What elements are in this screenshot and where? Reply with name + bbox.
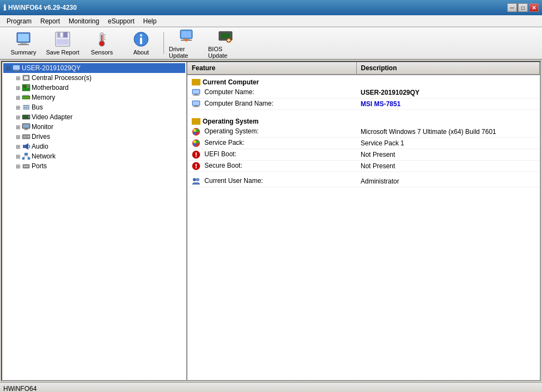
tree-item-network[interactable]: ⊞ Network (3, 151, 185, 161)
detail-row-computer-name: Computer Name: USER-20191029QY (187, 87, 540, 99)
tree-item-audio-label: Audio (32, 143, 48, 150)
tree-item-monitor-label: Monitor (32, 123, 53, 131)
section-title-os: Operating System (203, 118, 259, 125)
spacer-row-2 (187, 171, 540, 176)
error-icon-uefi (192, 150, 200, 159)
tree-item-memory-label: Memory (32, 94, 55, 101)
network-icon (22, 152, 31, 161)
detail-row-secureboot: Secure Boot: Not Present (187, 160, 540, 171)
motherboard-icon (22, 83, 31, 92)
menu-monitoring[interactable]: Monitoring (64, 16, 103, 26)
error-icon-secureboot (192, 162, 200, 170)
about-button[interactable]: About (122, 29, 160, 57)
tree-item-audio[interactable]: ⊞ Audio (3, 142, 185, 151)
monitor-row-icon (192, 88, 200, 97)
menu-program[interactable]: Program (2, 16, 36, 26)
svg-rect-49 (27, 95, 28, 96)
main-content: ⊟ USER-20191029QY ⊞ Centr (1, 61, 541, 381)
svg-rect-30 (15, 70, 18, 71)
app-icon: ℹ (3, 3, 6, 12)
feature-secureboot: Secure Boot: (187, 160, 356, 171)
ports-icon (22, 162, 31, 170)
tree-item-drives[interactable]: ⊞ Drives (3, 132, 185, 142)
tree-root[interactable]: ⊟ USER-20191029QY (3, 63, 185, 73)
svg-rect-66 (23, 136, 27, 138)
svg-rect-101 (196, 164, 197, 167)
save-report-label: Save Report (46, 49, 79, 56)
svg-rect-77 (26, 166, 27, 167)
bios-update-button[interactable]: BIOS Update (206, 29, 245, 57)
video-expand-icon: ⊞ (14, 113, 22, 121)
tree-item-monitor[interactable]: ⊞ Monitor (3, 122, 185, 132)
svg-rect-84 (193, 101, 199, 105)
svg-rect-98 (196, 152, 197, 155)
svg-rect-2 (20, 42, 27, 44)
monitor-icon (22, 122, 31, 131)
driver-update-button[interactable]: Driver Update (167, 29, 205, 57)
menu-report[interactable]: Report (36, 16, 64, 26)
svg-rect-3 (18, 44, 29, 45)
maximize-button[interactable]: □ (518, 3, 528, 12)
feature-user-label: Current User Name: (204, 177, 263, 185)
feature-secureboot-label: Secure Boot: (204, 162, 242, 169)
cpu-icon (22, 74, 31, 82)
svg-rect-81 (194, 94, 198, 95)
svg-rect-46 (24, 95, 25, 96)
tree-item-video[interactable]: ⊞ Video Adapter (3, 112, 185, 122)
audio-expand-icon: ⊞ (14, 143, 22, 150)
title-bar-controls: ─ □ ✕ (507, 3, 539, 12)
sensors-icon (93, 30, 111, 48)
description-column-header: Description (356, 62, 540, 75)
summary-button[interactable]: Summary (4, 29, 42, 57)
menu-esupport[interactable]: eSupport (103, 16, 139, 26)
desc-brand-name[interactable]: MSI MS-7851 (356, 99, 540, 110)
status-bar: HWiNFO64 (0, 382, 542, 392)
feature-sp-label: Service Pack: (204, 139, 244, 146)
svg-rect-94 (196, 140, 199, 143)
tree-item-network-label: Network (32, 152, 56, 160)
section-title-computer: Current Computer (203, 78, 259, 86)
svg-rect-36 (23, 85, 26, 88)
toolbar: Summary Save Report Sensors (0, 27, 542, 60)
sensors-button[interactable]: Sensors (83, 29, 121, 57)
feature-brand-name-label: Computer Brand Name: (204, 100, 273, 107)
tree-item-bus[interactable]: ⊞ Bus (3, 102, 185, 112)
minimize-button[interactable]: ─ (507, 3, 517, 12)
save-report-icon (54, 30, 71, 48)
tree-item-drives-label: Drives (32, 133, 50, 140)
feature-uefi-label: UEFI Boot: (204, 150, 236, 158)
close-button[interactable]: ✕ (529, 3, 539, 12)
svg-rect-88 (193, 129, 196, 132)
window-title: HWiNFO64 v6.29-4230 (8, 4, 77, 11)
svg-rect-38 (27, 87, 29, 88)
svg-rect-63 (25, 128, 27, 130)
detail-panel: Feature Description Current Computer (187, 62, 540, 380)
svg-rect-31 (13, 71, 20, 72)
section-operating-system: Operating System (187, 114, 540, 126)
svg-rect-85 (194, 106, 198, 107)
title-bar: ℹ HWiNFO64 v6.29-4230 ─ □ ✕ (0, 0, 542, 15)
section-header-computer: Current Computer (192, 78, 535, 86)
svg-rect-60 (28, 117, 29, 118)
menu-help[interactable]: Help (139, 16, 161, 26)
tree-item-motherboard[interactable]: ⊞ Motherboard (3, 83, 185, 93)
svg-point-11 (99, 41, 105, 46)
tree-item-memory[interactable]: ⊞ Memory (3, 93, 185, 102)
svg-rect-24 (221, 33, 230, 39)
sp-icon (192, 139, 200, 148)
detail-row-os: Operating System: Microsoft Windows 7 Ul… (187, 126, 540, 138)
tree-item-cpu[interactable]: ⊞ Central Processor(s) (3, 73, 185, 83)
tree-item-ports[interactable]: ⊞ Ports (3, 161, 185, 171)
feature-column-header: Feature (187, 62, 356, 75)
svg-rect-89 (196, 129, 199, 132)
svg-rect-102 (196, 167, 197, 168)
title-bar-left: ℹ HWiNFO64 v6.29-4230 (3, 3, 77, 12)
save-report-button[interactable]: Save Report (44, 29, 82, 57)
desc-sp: Service Pack 1 (356, 137, 540, 149)
feature-computer-name-label: Computer Name: (204, 88, 254, 96)
feature-sp: Service Pack: (187, 137, 356, 149)
svg-rect-29 (13, 65, 20, 70)
os-icon (192, 127, 200, 136)
detail-row-brand-name: Computer Brand Name: MSI MS-7851 (187, 99, 540, 110)
svg-rect-37 (27, 85, 29, 86)
